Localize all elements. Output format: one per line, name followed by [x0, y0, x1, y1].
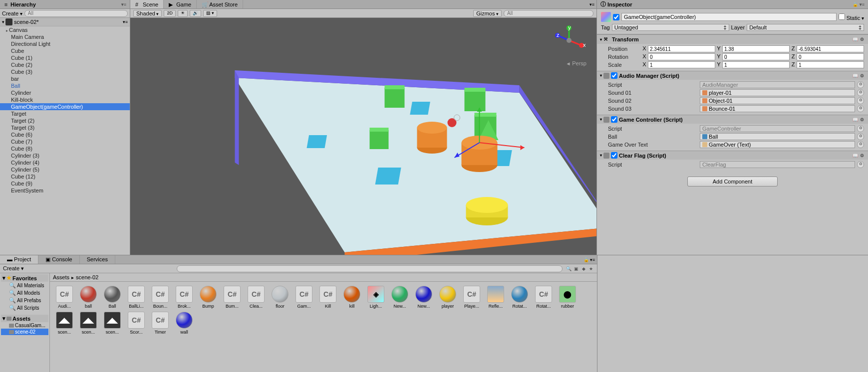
position-x-input[interactable]: [648, 45, 715, 52]
hierarchy-item[interactable]: Cube (8): [0, 145, 130, 152]
hierarchy-item[interactable]: Cube (1): [0, 54, 130, 61]
settings-icon[interactable]: ⚙: [859, 153, 865, 159]
scene-row[interactable]: ▾ scene-02* ▾≡: [0, 18, 130, 26]
help-icon[interactable]: 📖: [852, 36, 858, 42]
save-search-icon[interactable]: ★: [588, 266, 594, 272]
component-enabled-checkbox[interactable]: [611, 152, 617, 159]
object-picker-icon[interactable]: ⊙: [857, 97, 864, 104]
breadcrumb-item[interactable]: scene-02: [76, 274, 98, 280]
favorites-item[interactable]: 🔍All Scripts: [1, 304, 48, 312]
orientation-gizmo[interactable]: x y z: [552, 23, 586, 58]
asset-item[interactable]: kill: [341, 286, 362, 309]
settings-icon[interactable]: ⚙: [859, 36, 865, 42]
hierarchy-tab[interactable]: ≡ Hierarchy ▾≡: [0, 0, 130, 9]
scale-x-input[interactable]: [648, 61, 715, 68]
search-filter-icon[interactable]: 🔍: [566, 266, 572, 272]
static-checkbox[interactable]: Static ▾: [839, 13, 864, 21]
hierarchy-item[interactable]: Directional Light: [0, 40, 130, 47]
asset-item[interactable]: C#Gam...: [293, 286, 314, 309]
asset-item[interactable]: Bump: [198, 286, 219, 309]
add-component-button[interactable]: Add Component: [687, 177, 778, 186]
gameobject-name-input[interactable]: [621, 13, 837, 21]
hierarchy-item[interactable]: Cube (6): [0, 131, 130, 138]
help-icon[interactable]: 📖: [852, 73, 858, 79]
asset-item[interactable]: wall: [174, 312, 195, 335]
help-icon[interactable]: 📖: [852, 153, 858, 159]
hierarchy-item[interactable]: Target: [0, 110, 130, 117]
position-z-input[interactable]: [797, 45, 864, 52]
lock-icon[interactable]: 🔒: [583, 257, 589, 262]
hierarchy-item[interactable]: Cube (7): [0, 138, 130, 145]
asset-item[interactable]: ◢◣scen...: [54, 312, 75, 335]
hierarchy-item[interactable]: Cube (9): [0, 180, 130, 187]
asset-item[interactable]: C#BallLi...: [126, 286, 147, 309]
lock-icon[interactable]: 🔒: [852, 1, 858, 7]
scene-search-input[interactable]: [504, 10, 593, 17]
inspector-tab[interactable]: ⓘ Inspector 🔒▾≡: [597, 0, 868, 9]
asset-item[interactable]: C#Boun...: [150, 286, 171, 309]
tab-console[interactable]: ▣ Console: [38, 255, 79, 264]
hierarchy-item[interactable]: Cube (12): [0, 173, 130, 180]
asset-item[interactable]: New...: [389, 286, 410, 309]
hierarchy-item[interactable]: EventSystem: [0, 187, 130, 194]
hierarchy-item[interactable]: Cube: [0, 47, 130, 54]
hierarchy-item[interactable]: Target (2): [0, 117, 130, 124]
panel-menu-icon[interactable]: ▾≡: [121, 1, 127, 7]
hierarchy-item[interactable]: Cube (2): [0, 61, 130, 68]
object-picker-icon[interactable]: ⊙: [857, 105, 864, 112]
layer-dropdown[interactable]: Default ‡: [747, 24, 864, 31]
project-create-dropdown[interactable]: Create ▾: [3, 265, 24, 272]
fold-icon[interactable]: ▾: [2, 19, 4, 24]
filter-label-icon[interactable]: ◆: [580, 266, 586, 272]
fold-icon[interactable]: ▾: [600, 153, 602, 158]
favorites-item[interactable]: 🔍All Prefabs: [1, 297, 48, 304]
hierarchy-item[interactable]: GameObject(gameController): [0, 103, 130, 110]
asset-item[interactable]: ⬤rubber: [557, 286, 578, 309]
hierarchy-item[interactable]: bar: [0, 75, 130, 82]
object-picker-icon[interactable]: ⊙: [857, 81, 864, 88]
folder-item[interactable]: scene-02: [1, 329, 48, 335]
project-breadcrumb[interactable]: Assets ▸ scene-02: [50, 273, 597, 282]
tab-services[interactable]: Services: [80, 255, 115, 264]
breadcrumb-item[interactable]: Assets: [53, 274, 69, 280]
audio-manager-header[interactable]: ▾ Audio Manager (Script) 📖⚙: [597, 71, 868, 80]
object-picker-icon[interactable]: ⊙: [857, 161, 864, 168]
asset-item[interactable]: C#Kill: [317, 286, 338, 309]
object-picker-icon[interactable]: ⊙: [857, 125, 864, 132]
object-picker-icon[interactable]: ⊙: [857, 133, 864, 140]
rotation-z-input[interactable]: [797, 53, 864, 60]
assets-header[interactable]: ▾Assets: [1, 315, 48, 322]
ball-field[interactable]: Ball: [700, 133, 855, 140]
rotation-y-input[interactable]: [722, 53, 790, 60]
project-search-input[interactable]: [177, 265, 563, 272]
audio-toggle-icon[interactable]: 🔊: [190, 10, 201, 17]
sound01-field[interactable]: player-01: [700, 89, 855, 96]
asset-item[interactable]: floor: [270, 286, 290, 309]
hierarchy-item[interactable]: Kill-block: [0, 96, 130, 103]
tag-dropdown[interactable]: Untagged ‡: [612, 24, 729, 31]
filter-type-icon[interactable]: ▣: [573, 266, 579, 272]
fold-icon[interactable]: ▾: [600, 73, 602, 78]
folder-item[interactable]: CasualGam...: [1, 322, 48, 329]
transform-header[interactable]: ▾ ⤧ Transform 📖⚙: [597, 35, 868, 44]
fx-toggle-icon[interactable]: ▧ ▾: [203, 10, 218, 17]
asset-item[interactable]: Rotat...: [509, 286, 530, 309]
scene-viewport[interactable]: x y z ◄ Persp: [130, 18, 596, 255]
hierarchy-item[interactable]: Ball: [0, 82, 130, 89]
asset-item[interactable]: C#Bum...: [222, 286, 243, 309]
lighting-toggle-icon[interactable]: ☀: [178, 10, 188, 17]
sound02-field[interactable]: Object-01: [700, 97, 855, 104]
position-y-input[interactable]: [722, 45, 790, 52]
object-picker-icon[interactable]: ⊙: [857, 89, 864, 96]
sound03-field[interactable]: Bounce-01: [700, 105, 855, 112]
asset-item[interactable]: Ball: [102, 286, 123, 309]
panel-menu-icon[interactable]: ▾≡: [859, 1, 865, 7]
settings-icon[interactable]: ⚙: [859, 73, 865, 79]
rotation-x-input[interactable]: [648, 53, 715, 60]
fold-icon[interactable]: ▾: [600, 37, 602, 42]
asset-item[interactable]: C#Timer: [150, 312, 171, 335]
asset-item[interactable]: C#Playe...: [461, 286, 482, 309]
asset-item[interactable]: C#Scor...: [126, 312, 147, 335]
component-enabled-checkbox[interactable]: [611, 116, 617, 123]
asset-item[interactable]: player: [437, 286, 458, 309]
